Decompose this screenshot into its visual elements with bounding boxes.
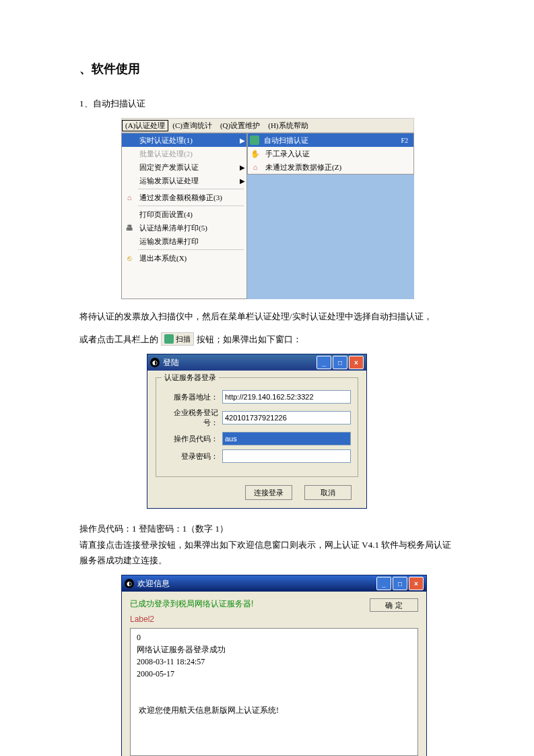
server-url-input[interactable] [222,390,351,404]
home-icon: ⌂ [122,191,137,204]
page-heading: 、软件使用 [79,61,455,77]
minimize-button[interactable]: _ [376,577,391,590]
submenu-manual-entry[interactable]: ✋手工录入认证 [248,147,413,160]
instruction-2-after: 按钮；如果弹出如下窗口： [197,332,302,347]
submenu: 自动扫描认证 F2 ✋手工录入认证 ⌂未通过发票数据修正(Z) [247,133,414,175]
maximize-button[interactable]: □ [333,356,347,369]
menu-item-print-setup[interactable]: 打印页面设置(4) [122,208,246,221]
password-label: 登录密码： [163,451,218,462]
welcome-titlebar[interactable]: ◐ 欢迎信息 _ □ × [122,575,426,592]
instruction-1: 将待认证的发票放入扫描仪中，然后在菜单栏认证处理/实时认证处理中选择自动扫描认证… [79,309,455,324]
app-icon: ◐ [125,579,134,588]
menu-screenshot: (A)认证处理 (C)查询统计 (Q)设置维护 (H)系统帮助 实时认证处理(1… [121,118,414,299]
minimize-button[interactable]: _ [316,356,331,369]
success-message: 已成功登录到税局网络认证服务器! [130,598,370,610]
menu-item-transport-print[interactable]: 运输发票结果打印 [122,234,246,248]
hand-icon: ✋ [248,147,263,160]
welcome-title: 欢迎信息 [137,578,170,590]
operator-code-input[interactable] [222,432,351,445]
login-title: 登陆 [163,357,179,369]
menu-item-transport[interactable]: 运输发票认证处理▶ [122,174,246,187]
exit-icon: ⎋ [122,251,137,265]
menu-query[interactable]: (C)查询统计 [168,121,216,131]
menu-item-batch[interactable]: 批量认证处理(2) [122,147,246,160]
cancel-button[interactable]: 取消 [304,485,352,500]
scanner-icon [164,334,174,344]
tax-id-label: 企业税务登记号： [163,408,218,428]
menu-item-fixed-asset[interactable]: 固定资产发票认证▶ [122,160,246,174]
submenu-auto-scan[interactable]: 自动扫描认证 F2 [248,133,413,147]
welcome-dialog: ◐ 欢迎信息 _ □ × 已成功登录到税局网络认证服务器! 确 定 Label2… [121,575,427,756]
printer-icon: 🖶 [122,221,137,234]
section-title-1: 1、自动扫描认证 [79,96,455,111]
home-icon: ⌂ [248,160,263,174]
chevron-right-icon: ▶ [240,137,246,144]
submenu-data-correct[interactable]: ⌂未通过发票数据修正(Z) [248,160,413,174]
menu-help[interactable]: (H)系统帮助 [264,121,312,131]
app-icon: ◐ [150,358,160,367]
login-titlebar[interactable]: ◐ 登陆 _ □ × [147,354,366,371]
close-button[interactable]: × [349,356,364,369]
blank-icon [122,133,137,147]
menu-settings[interactable]: (Q)设置维护 [216,121,264,131]
credentials-note: 操作员代码：1 登陆密码：1（数字 1） [79,521,455,536]
instruction-2-before: 或者点击工具栏上的 [79,332,158,347]
password-input[interactable] [222,449,351,463]
welcome-intro: 请直接点击连接登录按钮，如果弹出如下欢迎信息窗口则表示，网上认证 V4.1 软件… [79,537,455,569]
app-background [247,175,414,299]
tax-id-input[interactable] [222,411,351,424]
menu-item-realtime[interactable]: 实时认证处理(1) ▶ [122,133,246,147]
instruction-2-line: 或者点击工具栏上的 扫描 按钮；如果弹出如下窗口： [79,332,455,347]
menu-auth[interactable]: (A)认证处理 [122,120,168,131]
welcome-memo[interactable]: 0 网络认证服务器登录成功 2008-03-11 18:24:57 2000-0… [130,628,418,756]
menu-item-amount-correct[interactable]: ⌂通过发票金额税额修正(3) [122,191,246,204]
main-dropdown: 实时认证处理(1) ▶ 批量认证处理(2) 固定资产发票认证▶ 运输发票认证处理… [121,133,247,299]
server-url-label: 服务器地址： [163,392,218,402]
connect-login-button[interactable]: 连接登录 [245,485,292,500]
close-button[interactable]: × [409,577,424,590]
maximize-button[interactable]: □ [393,577,407,590]
login-groupbox: 认证服务器登录 服务器地址： 企业税务登记号： 操作员代码： 登录密码： [156,377,358,477]
menubar: (A)认证处理 (C)查询统计 (Q)设置维护 (H)系统帮助 [121,118,414,133]
groupbox-legend: 认证服务器登录 [162,373,219,383]
scan-toolbar-button[interactable]: 扫描 [161,332,194,346]
scanner-icon [250,135,259,145]
menu-item-print-result[interactable]: 🖶认证结果清单打印(5) [122,221,246,234]
login-dialog: ◐ 登陆 _ □ × 认证服务器登录 服务器地址： 企业税务登记号： [147,354,367,509]
label2: Label2 [130,615,418,624]
menu-item-exit[interactable]: ⎋退出本系统(X) [122,251,246,265]
operator-code-label: 操作员代码： [163,434,218,444]
ok-button[interactable]: 确 定 [370,598,418,612]
